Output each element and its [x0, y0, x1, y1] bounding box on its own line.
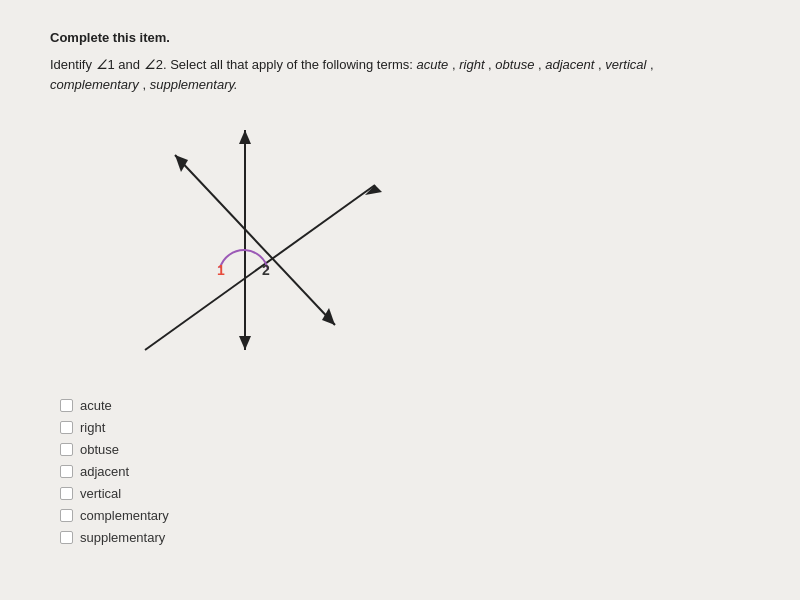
svg-marker-4 [239, 336, 251, 350]
checkbox-item-supplementary[interactable]: supplementary [60, 530, 750, 545]
angle-diagram: 1 2 [90, 110, 410, 380]
label-complementary: complementary [80, 508, 169, 523]
instructions: Identify ∠1 and ∠2. Select all that appl… [50, 55, 750, 94]
label-supplementary: supplementary [80, 530, 165, 545]
checkbox-complementary[interactable] [60, 509, 73, 522]
checkbox-item-vertical[interactable]: vertical [60, 486, 750, 501]
complete-label: Complete this item. [50, 30, 750, 45]
label-obtuse: obtuse [80, 442, 119, 457]
diagram-area: 1 2 [90, 110, 410, 380]
checkboxes-container: acute right obtuse adjacent vertical com… [60, 398, 750, 545]
svg-marker-3 [239, 130, 251, 144]
label-adjacent: adjacent [80, 464, 129, 479]
checkbox-item-acute[interactable]: acute [60, 398, 750, 413]
checkbox-vertical[interactable] [60, 487, 73, 500]
checkbox-right[interactable] [60, 421, 73, 434]
label-acute: acute [80, 398, 112, 413]
label-vertical: vertical [80, 486, 121, 501]
page: Complete this item. Identify ∠1 and ∠2. … [0, 0, 800, 600]
checkbox-supplementary[interactable] [60, 531, 73, 544]
svg-marker-6 [175, 155, 188, 172]
checkbox-item-obtuse[interactable]: obtuse [60, 442, 750, 457]
checkbox-item-complementary[interactable]: complementary [60, 508, 750, 523]
svg-line-5 [175, 155, 335, 325]
angle1-label: 1 [217, 262, 225, 278]
checkbox-acute[interactable] [60, 399, 73, 412]
svg-marker-7 [322, 308, 335, 325]
checkbox-adjacent[interactable] [60, 465, 73, 478]
label-right: right [80, 420, 105, 435]
checkbox-item-adjacent[interactable]: adjacent [60, 464, 750, 479]
checkbox-obtuse[interactable] [60, 443, 73, 456]
svg-line-0 [145, 185, 375, 350]
checkbox-item-right[interactable]: right [60, 420, 750, 435]
angle2-label: 2 [262, 262, 270, 278]
